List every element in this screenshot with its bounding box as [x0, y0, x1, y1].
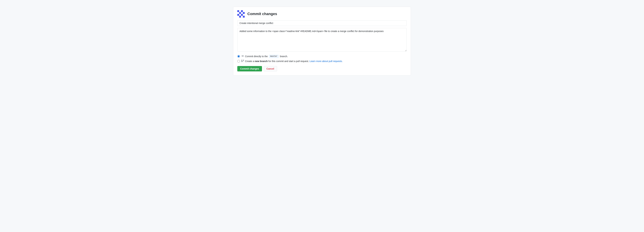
commit-directly-label-prefix: Commit directly to the: [245, 55, 268, 58]
svg-rect-10: [241, 14, 243, 16]
new-branch-label: Create a new branch for this commit and …: [245, 60, 343, 62]
header-row: Commit changes: [237, 10, 407, 18]
new-branch-radio[interactable]: [237, 60, 240, 62]
svg-rect-13: [239, 16, 241, 18]
new-branch-bold: new branch: [255, 60, 268, 62]
branch-name-badge: master: [269, 55, 278, 58]
commit-directly-radio[interactable]: [237, 55, 240, 58]
pull-request-icon: [241, 60, 244, 63]
svg-rect-8: [237, 14, 239, 16]
svg-rect-15: [243, 16, 245, 18]
svg-rect-14: [241, 16, 243, 18]
svg-rect-4: [237, 12, 239, 14]
svg-point-16: [242, 56, 243, 56]
commit-description-group: Added some information to the <span clas…: [237, 28, 407, 52]
new-branch-option: Create a new branch for this commit and …: [237, 60, 407, 63]
page-title: Commit changes: [247, 12, 277, 16]
svg-rect-3: [243, 10, 245, 12]
svg-rect-7: [243, 12, 245, 14]
svg-rect-9: [239, 14, 241, 16]
svg-rect-2: [241, 10, 243, 12]
commit-message-input[interactable]: [237, 20, 407, 26]
svg-rect-5: [239, 12, 241, 14]
github-logo-svg: [237, 10, 245, 18]
learn-more-link[interactable]: Learn more about pull requests.: [310, 60, 343, 62]
svg-rect-11: [243, 14, 245, 16]
actions-row: Commit changes Cancel: [237, 66, 407, 72]
commit-directly-label-suffix: branch.: [279, 55, 288, 58]
commit-description-textarea[interactable]: Added some information to the <span clas…: [237, 28, 407, 52]
svg-rect-12: [237, 16, 239, 18]
commit-changes-panel: Commit changes Added some information to…: [233, 7, 411, 76]
commit-message-group: [237, 20, 407, 26]
commit-directly-option: Commit directly to the master branch.: [237, 55, 407, 58]
svg-point-21: [242, 60, 242, 60]
svg-rect-6: [241, 12, 243, 14]
commit-icon: [241, 55, 244, 58]
svg-rect-1: [239, 10, 241, 12]
branch-options-section: Commit directly to the master branch. Cr…: [237, 55, 407, 63]
github-logo: [237, 10, 245, 18]
cancel-button[interactable]: Cancel: [264, 66, 277, 72]
svg-rect-0: [237, 10, 239, 12]
svg-point-19: [242, 61, 242, 62]
svg-point-20: [243, 60, 244, 60]
commit-changes-button[interactable]: Commit changes: [237, 66, 262, 72]
